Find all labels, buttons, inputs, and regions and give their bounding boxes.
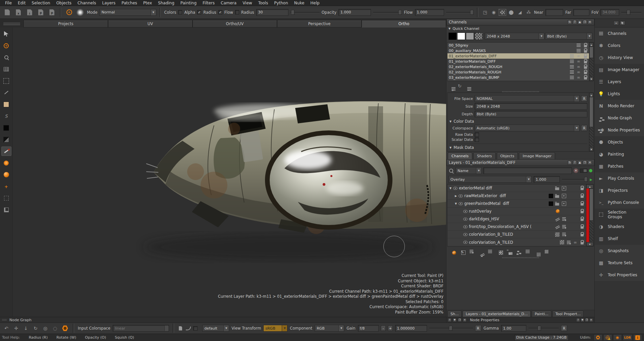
rotate-icon[interactable]: ↻ <box>32 326 39 331</box>
colorspace-reset-button[interactable]: R <box>581 125 587 131</box>
panel-help-icon[interactable]: ? <box>448 318 451 322</box>
sidebar-item-layers[interactable]: ☰Layers <box>595 76 644 88</box>
menu-file[interactable]: File <box>2 0 15 6</box>
layer-row[interactable]: ▼exteriorMetal diff <box>447 184 593 192</box>
tab-ortho[interactable]: Ortho <box>362 20 446 27</box>
menu-shading[interactable]: Shading <box>155 0 177 6</box>
pattern-view-icon[interactable] <box>499 9 506 15</box>
tab-projects[interactable]: Projects <box>23 20 108 27</box>
lock-icon[interactable] <box>579 232 585 237</box>
menu-edit[interactable]: Edit <box>15 0 29 6</box>
sidebar-item-snapshots[interactable]: ◎Snapshots <box>595 245 644 257</box>
properties-scrollbar[interactable]: ▲ ▼ <box>589 93 593 151</box>
sidebar-item-image-manager[interactable]: ▤Image Manager <box>595 64 644 76</box>
grey-swatch[interactable] <box>466 33 474 40</box>
opacity-slider-handle[interactable] <box>398 10 402 15</box>
link-icon[interactable] <box>576 70 581 74</box>
gamma-slider-handle[interactable] <box>538 326 541 331</box>
list-view-button[interactable] <box>525 249 530 254</box>
lock-icon[interactable] <box>579 186 585 190</box>
paint-mode-dropdown[interactable]: Normal▼ <box>99 9 156 16</box>
swatch-background[interactable] <box>2 123 11 132</box>
tool-crop[interactable] <box>2 206 11 214</box>
tab-channels[interactable]: Channels <box>448 153 472 159</box>
channel-row[interactable]: 03_exteriorMaterials_BUMP <box>447 75 593 80</box>
panel-close-icon[interactable]: ✕ <box>588 161 592 165</box>
filter-field-dropdown[interactable]: Name▼ <box>455 167 482 174</box>
swatch-blend[interactable] <box>2 135 11 144</box>
fov-slider-handle[interactable] <box>627 10 630 15</box>
sidebar-item-tool-properties[interactable]: ✛Tool Properties <box>595 269 644 281</box>
link-icon[interactable] <box>576 75 581 80</box>
remove-channel-button[interactable] <box>465 83 470 88</box>
scrollbar-thumb[interactable] <box>589 47 593 58</box>
filter-toggle[interactable] <box>580 169 587 173</box>
tool-slice[interactable] <box>2 88 11 97</box>
channel-row-selected[interactable]: 01_exteriorMaterials_DIFF <box>447 53 593 59</box>
sidebar-item-selection-groups[interactable]: Selection Groups <box>595 209 644 221</box>
colorspace-dropdown[interactable]: Automatic (sRGB)▼ <box>475 125 580 131</box>
panel-collapse-icon[interactable]: ▲ <box>578 161 582 165</box>
gain-plus-button[interactable]: + <box>388 326 393 331</box>
sidebar-item-lights[interactable]: 💡Lights <box>595 88 644 100</box>
play-icon[interactable]: ▶ <box>590 178 592 181</box>
view-transform-dropdown[interactable]: sRGB▼ <box>263 325 287 332</box>
visibility-eye-icon[interactable] <box>463 232 468 237</box>
menu-layers[interactable]: Layers <box>99 0 119 6</box>
scroll-up-icon[interactable]: ▲ <box>589 43 593 47</box>
lock-icon[interactable] <box>579 240 585 245</box>
lock-icon[interactable] <box>579 224 585 229</box>
tab-tool-properties-collapsed[interactable]: Tool Propert... <box>552 311 584 317</box>
add-mask-button[interactable] <box>459 249 465 254</box>
redo-history-button[interactable]: P <box>47 8 56 17</box>
bitdepth-dropdown[interactable]: 8bit (Byte)▼ <box>545 33 592 40</box>
scrollbar-thumb[interactable] <box>589 188 593 221</box>
sidebar-item-painting[interactable]: ◕Painting <box>595 148 644 160</box>
3d-viewport[interactable]: Current Tool: Paint (P) Current Object: … <box>13 27 446 317</box>
menu-help[interactable]: Help <box>307 0 322 6</box>
black-swatch[interactable] <box>448 33 457 40</box>
tool-patch-grid[interactable] <box>2 65 11 73</box>
panel-float-icon[interactable]: ❐ <box>458 318 462 322</box>
tab-painting-collapsed[interactable]: Painti... <box>532 311 551 317</box>
tab-layers-collapsed[interactable]: Layers - 01_exteriorMaterials_D... <box>463 311 531 317</box>
sidebar-item-history-view[interactable]: ◷History View <box>595 52 644 64</box>
add-paint-layer-button[interactable] <box>450 249 455 254</box>
tab-shaders[interactable]: Shaders <box>473 153 496 159</box>
sidebar-item-channels[interactable]: Channels <box>595 27 644 40</box>
panel-resize-grip[interactable] <box>446 257 594 259</box>
gamma-reset-button[interactable]: R <box>561 325 567 331</box>
tab-shaders-collapsed[interactable]: Sh... <box>447 311 462 317</box>
remove-layer-button[interactable] <box>534 249 540 254</box>
visibility-eye-icon[interactable] <box>463 224 468 229</box>
scroll-down-icon[interactable]: ▼ <box>589 77 593 81</box>
file-space-dropdown[interactable]: NORMAL▼ <box>475 95 580 102</box>
layer-search-input[interactable] <box>483 167 572 174</box>
add-button[interactable]: + <box>64 8 73 17</box>
add-tiled-layer-button[interactable] <box>497 249 502 254</box>
brush-tip-preview[interactable] <box>76 8 85 17</box>
panel-close-icon[interactable]: ✕ <box>589 318 593 322</box>
tool-zoom[interactable] <box>2 53 11 62</box>
scalar-data-checkbox[interactable] <box>475 137 479 142</box>
gain-value-field[interactable]: 1.000000 <box>395 325 427 332</box>
raw-data-checkbox[interactable] <box>475 132 479 137</box>
menu-objects[interactable]: Objects <box>53 0 74 6</box>
layer-row[interactable]: darkEdges_HSV <box>447 215 593 223</box>
flow-slider-handle[interactable] <box>470 10 474 15</box>
spinner-handle[interactable] <box>164 326 168 331</box>
snapshot-page-icon[interactable] <box>178 326 183 331</box>
menu-filters[interactable]: Filters <box>200 0 218 6</box>
udim-export-button[interactable]: ↓ <box>633 334 642 341</box>
lock-icon[interactable] <box>583 48 588 53</box>
menu-channels[interactable]: Channels <box>74 0 99 6</box>
menu-view[interactable]: View <box>239 0 255 6</box>
layer-row[interactable]: colorVariation_A_TILED <box>447 238 593 246</box>
menu-tools[interactable]: Tools <box>255 0 271 6</box>
layer-row[interactable]: front/top_Descoloration_A_HSV ( <box>447 223 593 231</box>
layer-tree-scrollbar[interactable]: ▲ ▼ <box>586 184 593 246</box>
tool-marquee-select[interactable] <box>2 76 11 85</box>
panel-close-icon[interactable]: ✕ <box>588 20 592 24</box>
sidebar-item-shelf[interactable]: ▥Shelf <box>595 233 644 245</box>
tab-ortho-uv[interactable]: Ortho/UV <box>193 20 277 27</box>
